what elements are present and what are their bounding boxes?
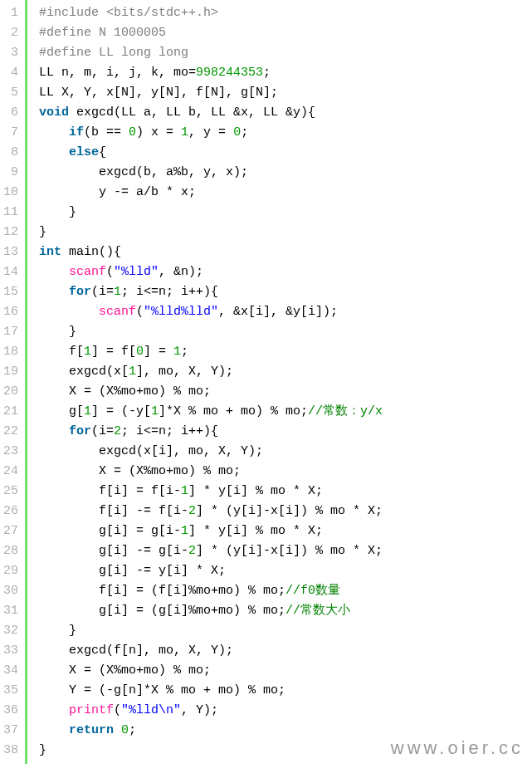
code-token: f[i] -= f[i- (39, 504, 188, 518)
code-token: ] * y[i] % mo * X; (188, 484, 323, 498)
code-token: ( (136, 305, 144, 319)
code-token: ; i<=n; i++){ (121, 285, 218, 299)
code-token: g[i] -= g[i- (39, 544, 188, 558)
code-line: exgcd(b, a%b, y, x); (39, 163, 383, 183)
code-line: X = (X%mo+mo) % mo; (39, 462, 383, 482)
code-token: exgcd(b, a%b, y, x); (39, 165, 248, 179)
code-token: printf (69, 703, 114, 717)
code-token: { (99, 145, 106, 159)
code-token: "%lld" (114, 265, 159, 279)
code-token (39, 285, 69, 299)
code-token: ( (114, 703, 121, 717)
line-number-gutter: 1234567891011121314151617181920212223242… (0, 0, 25, 764)
code-token: 1 (114, 285, 121, 299)
code-line: g[1] = (-y[1]*X % mo + mo) % mo;//常数：y/x (39, 402, 383, 422)
line-number: 32 (3, 621, 18, 641)
line-number: 9 (3, 163, 18, 183)
line-number: 14 (3, 262, 18, 282)
code-token: 0 (233, 125, 241, 139)
code-token (39, 265, 69, 279)
watermark: www.oier.cc (391, 737, 524, 759)
code-token: "%lld%lld" (144, 305, 218, 319)
code-token: , &n); (159, 265, 203, 279)
code-line: for(i=2; i<=n; i++){ (39, 422, 383, 442)
code-line: f[i] = f[i-1] * y[i] % mo * X; (39, 482, 383, 502)
code-token: ]*X % mo + mo) % mo; (159, 404, 308, 418)
code-token: //常数：y/x (308, 404, 383, 418)
line-number: 16 (3, 302, 18, 322)
line-number: 2 (3, 23, 18, 43)
code-token: , y = (188, 125, 233, 139)
code-token (39, 125, 69, 139)
code-line: exgcd(f[n], mo, X, Y); (39, 641, 383, 661)
code-token: ; (263, 66, 271, 80)
line-number: 22 (3, 422, 18, 442)
code-token: 1 (173, 345, 181, 359)
code-token: 1 (151, 404, 159, 418)
code-token: LL n, m, i, j, k, mo= (39, 66, 196, 80)
code-line: } (39, 203, 383, 223)
code-token: , Y); (181, 703, 218, 717)
line-number: 36 (3, 701, 18, 721)
code-token: 998244353 (196, 66, 263, 80)
code-token: g[i] -= y[i] * X; (39, 564, 226, 578)
line-number: 17 (3, 322, 18, 342)
code-token: exgcd(x[i], mo, X, Y); (39, 444, 263, 458)
code-token (39, 424, 69, 438)
code-token: , &x[i], &y[i]); (218, 305, 338, 319)
code-token: } (39, 225, 46, 239)
code-token (39, 305, 99, 319)
line-number: 15 (3, 282, 18, 302)
code-line: f[i] = (f[i]%mo+mo) % mo;//f0数量 (39, 581, 383, 601)
code-line: } (39, 322, 383, 342)
line-number: 8 (3, 143, 18, 163)
line-number: 27 (3, 521, 18, 541)
code-line: int main(){ (39, 242, 383, 262)
code-token: (i= (91, 285, 114, 299)
line-number: 10 (3, 183, 18, 203)
code-token: f[i] = (f[i]%mo+mo) % mo; (39, 584, 286, 598)
code-token: 1 (84, 345, 91, 359)
code-line: } (39, 741, 383, 761)
code-block: 1234567891011121314151617181920212223242… (0, 0, 532, 764)
code-line: exgcd(x[1], mo, X, Y); (39, 362, 383, 382)
code-token: } (39, 624, 76, 638)
line-number: 25 (3, 482, 18, 502)
code-token: ; i<=n; i++){ (121, 424, 218, 438)
code-token: for (69, 285, 91, 299)
code-token: g[ (39, 404, 84, 418)
code-token: ] * (y[i]-x[i]) % mo * X; (196, 544, 383, 558)
code-token: X = (X%mo+mo) % mo; (39, 663, 211, 678)
line-number: 6 (3, 103, 18, 123)
gutter-bar (25, 0, 27, 764)
line-number: 29 (3, 561, 18, 581)
code-line: g[i] = g[i-1] * y[i] % mo * X; (39, 521, 383, 541)
code-token: void (39, 105, 69, 120)
code-token: #define LL long long (39, 46, 188, 60)
code-token (39, 723, 69, 737)
code-line: g[i] = (g[i]%mo+mo) % mo;//常数大小 (39, 601, 383, 621)
code-line: LL X, Y, x[N], y[N], f[N], g[N]; (39, 83, 383, 103)
code-token: #define N 1000005 (39, 26, 166, 40)
code-line: y -= a/b * x; (39, 183, 383, 203)
code-token: return (69, 723, 114, 737)
code-token: #include <bits/stdc++.h> (39, 6, 218, 20)
code-token (114, 723, 121, 737)
code-line: scanf("%lld%lld", &x[i], &y[i]); (39, 302, 383, 322)
code-token: "%lld\n" (121, 703, 181, 717)
line-number: 11 (3, 203, 18, 223)
code-token: f[i] = f[i- (39, 484, 181, 498)
code-token: X = (X%mo+mo) % mo; (39, 384, 211, 399)
line-number: 38 (3, 741, 18, 761)
code-line: Y = (-g[n]*X % mo + mo) % mo; (39, 681, 383, 701)
line-number: 28 (3, 541, 18, 561)
code-line: } (39, 621, 383, 641)
code-token: (b == (84, 125, 129, 139)
code-line: else{ (39, 143, 383, 163)
code-token: 1 (84, 404, 91, 418)
line-number: 20 (3, 382, 18, 402)
code-token: } (39, 325, 76, 339)
code-token: (i= (91, 424, 114, 438)
code-token: 1 (181, 484, 188, 498)
code-line: X = (X%mo+mo) % mo; (39, 661, 383, 681)
